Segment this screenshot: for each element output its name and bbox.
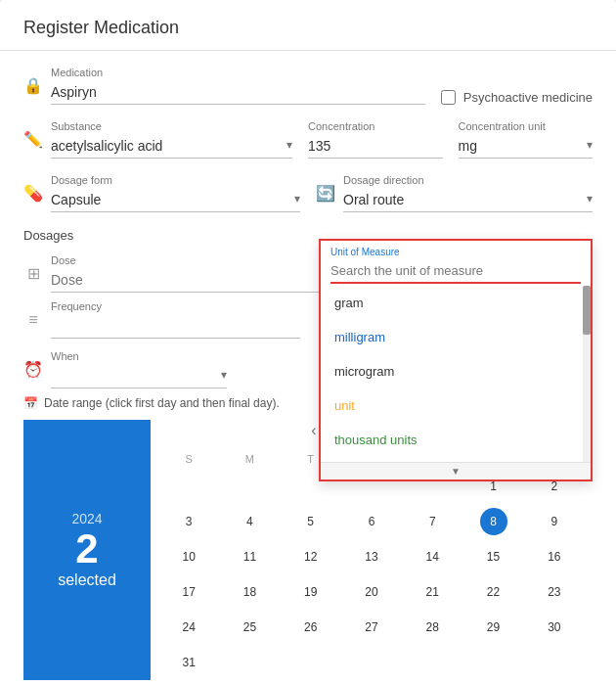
- dosage-form-label: Dosage form: [51, 174, 300, 186]
- medication-label: Medication: [51, 67, 425, 78]
- col-sun: S: [158, 449, 219, 469]
- register-medication-dialog: Register Medication 🔒 Medication Psychoa…: [0, 0, 616, 685]
- substance-select[interactable]: acetylsalicylic acid: [51, 134, 292, 159]
- medication-icon: 🔒: [23, 76, 43, 95]
- calendar-day-6[interactable]: 6: [358, 508, 385, 535]
- scroll-down-arrow[interactable]: ▼: [321, 462, 591, 480]
- calendar-day-cell: 4: [219, 504, 280, 539]
- calendar-day-30[interactable]: 30: [541, 614, 568, 641]
- calendar-day-15[interactable]: 15: [480, 543, 507, 571]
- dosage-form-select[interactable]: Capsule: [51, 188, 300, 212]
- selected-year: 2024: [71, 511, 102, 526]
- calendar-day-cell: 17: [158, 574, 219, 610]
- calendar-day-5[interactable]: 5: [297, 508, 325, 535]
- when-select-wrapper: [51, 364, 227, 388]
- concentration-input[interactable]: [308, 134, 443, 159]
- medication-input[interactable]: [51, 80, 425, 105]
- calendar-day-16[interactable]: 16: [541, 543, 568, 571]
- dosage-direction-select[interactable]: Oral route: [343, 188, 593, 212]
- calendar-day-11[interactable]: 11: [236, 543, 263, 571]
- calendar-day-cell: 25: [219, 610, 280, 645]
- calendar-week-row: 31: [158, 645, 585, 680]
- calendar-day-cell: 20: [341, 574, 402, 610]
- dosage-direction-field: 🔄 Dosage direction Oral route: [316, 174, 593, 212]
- calendar-day-4[interactable]: 4: [236, 508, 263, 535]
- calendar-table: S M T W T F S 123456789101: [158, 449, 585, 680]
- unit-item-microgram[interactable]: microgram: [321, 354, 591, 388]
- dosage-direction-label: Dosage direction: [343, 174, 593, 186]
- calendar-day-23[interactable]: 23: [541, 578, 568, 606]
- frequency-label: Frequency: [51, 300, 300, 312]
- unit-measure-list-wrapper: gram milligram microgram unit thousand u…: [321, 286, 591, 462]
- dosage-direction-select-wrapper: Oral route: [343, 188, 593, 212]
- calendar-day-9[interactable]: 9: [541, 508, 568, 535]
- frequency-input[interactable]: [51, 314, 300, 339]
- calendar-day-24[interactable]: 24: [175, 614, 202, 641]
- calendar-day-13[interactable]: 13: [358, 543, 385, 571]
- calendar-day-10[interactable]: 10: [175, 543, 202, 571]
- psychoactive-label: Psychoactive medicine: [463, 90, 593, 105]
- concentration-unit-select[interactable]: mg: [459, 134, 594, 159]
- calendar-day-25[interactable]: 25: [236, 614, 263, 641]
- calendar-day-26[interactable]: 26: [297, 614, 325, 641]
- calendar-day-cell: 6: [341, 504, 402, 539]
- calendar-day-cell: [219, 645, 280, 680]
- calendar-week-row: 3456789: [158, 504, 585, 539]
- unit-item-thousand-units[interactable]: thousand units: [321, 423, 591, 457]
- calendar-day-21[interactable]: 21: [418, 578, 446, 606]
- calendar-week-row: 10111213141516: [158, 539, 585, 574]
- calendar-day-12[interactable]: 12: [297, 543, 325, 571]
- col-mon: M: [219, 449, 280, 469]
- when-select[interactable]: [51, 364, 227, 388]
- calendar-day-cell: 21: [402, 574, 462, 610]
- calendar-day-cell: 10: [158, 539, 219, 574]
- concentration-field: Concentration: [308, 120, 443, 159]
- calendar-week-row: 17181920212223: [158, 574, 585, 610]
- unit-measure-header: Unit of Measure: [321, 241, 591, 286]
- calendar-day-27[interactable]: 27: [358, 614, 385, 641]
- substance-select-wrapper: acetylsalicylic acid: [51, 134, 292, 159]
- unit-measure-dropdown: Unit of Measure gram milligram microgram…: [319, 239, 593, 481]
- calendar-day-31[interactable]: 31: [175, 649, 202, 676]
- frequency-field: ≡ Frequency: [23, 300, 300, 339]
- when-icon: ⏰: [23, 360, 43, 379]
- calendar-day-18[interactable]: 18: [236, 578, 263, 606]
- calendar-day-cell: 13: [341, 539, 402, 574]
- calendar-day-cell: 28: [402, 610, 462, 645]
- calendar-day-20[interactable]: 20: [358, 578, 385, 606]
- calendar-week-row: 24252627282930: [158, 610, 585, 645]
- substance-inner: Substance acetylsalicylic acid: [51, 120, 292, 159]
- concentration-unit-select-wrapper: mg: [459, 134, 594, 159]
- unit-measure-scrollbar: [583, 286, 591, 462]
- calendar-small-icon: 📅: [23, 396, 38, 410]
- unit-item-unit[interactable]: unit: [321, 388, 591, 423]
- calendar-day-cell: 27: [341, 610, 402, 645]
- calendar-day-29[interactable]: 29: [480, 614, 507, 641]
- calendar-day-7[interactable]: 7: [418, 508, 446, 535]
- unit-item-milligram[interactable]: milligram: [321, 320, 591, 354]
- calendar-day-cell: 5: [281, 504, 341, 539]
- calendar-day-8[interactable]: 8: [480, 508, 507, 535]
- calendar-day-cell: 30: [524, 610, 585, 645]
- unit-item-gram[interactable]: gram: [321, 286, 591, 320]
- psychoactive-checkbox[interactable]: [441, 90, 456, 105]
- calendar-day-14[interactable]: 14: [418, 543, 446, 571]
- psychoactive-checkbox-row: Psychoactive medicine: [441, 90, 593, 105]
- frequency-inner: Frequency: [51, 300, 300, 339]
- calendar-day-cell: 11: [219, 539, 280, 574]
- calendar-day-19[interactable]: 19: [297, 578, 325, 606]
- unit-measure-label: Unit of Measure: [330, 247, 581, 257]
- calendar-day-cell: 18: [219, 574, 280, 610]
- calendar-day-cell: [341, 645, 402, 680]
- unit-measure-search[interactable]: [330, 259, 581, 284]
- calendar-day-22[interactable]: 22: [480, 578, 507, 606]
- calendar-day-cell: 26: [281, 610, 341, 645]
- unit-item-million-units[interactable]: million units: [321, 457, 591, 462]
- calendar-day-cell: 14: [402, 539, 462, 574]
- calendar-day-3[interactable]: 3: [175, 508, 202, 535]
- calendar-day-cell: 12: [281, 539, 341, 574]
- unit-measure-list: gram milligram microgram unit thousand u…: [321, 286, 591, 462]
- calendar-day-28[interactable]: 28: [418, 614, 446, 641]
- calendar-day-17[interactable]: 17: [175, 578, 202, 606]
- medication-field-inner: Medication: [51, 67, 425, 105]
